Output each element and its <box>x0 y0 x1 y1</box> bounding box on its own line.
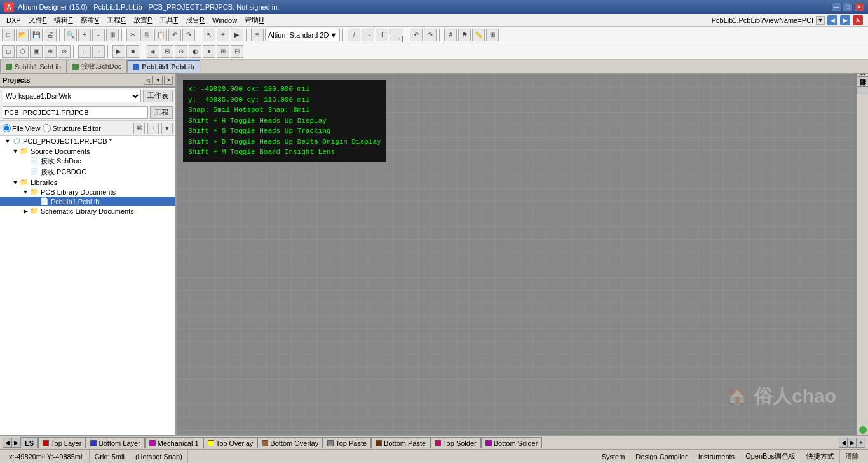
cross-btn[interactable]: + <box>217 29 229 41</box>
magnify2[interactable]: + <box>78 29 91 41</box>
tree-libraries[interactable]: ▼ 📁 Libraries <box>0 177 175 187</box>
tb2-5[interactable]: ⊘ <box>58 45 71 58</box>
tb2-13[interactable]: ◐ <box>189 45 201 58</box>
layer-nav-right[interactable]: ▶ <box>11 438 20 448</box>
menu-tools[interactable]: 工具T <box>156 15 182 25</box>
undo-btn[interactable]: ↶ <box>168 29 181 41</box>
tb2-1[interactable]: ◻ <box>2 45 15 58</box>
line-btn[interactable]: / <box>348 29 360 41</box>
layer-bottom[interactable]: Bottom Layer <box>86 437 144 448</box>
file-view-radio-input[interactable] <box>3 124 11 132</box>
layer-top-paste[interactable]: Top Paste <box>323 437 371 448</box>
file-view-radio[interactable]: File View <box>3 124 40 132</box>
right-tab-1[interactable]: 捕捉 <box>857 76 869 85</box>
panel-icon1[interactable]: ⌘ <box>133 123 145 134</box>
run-btn[interactable]: ▶ <box>231 29 243 41</box>
right-tab-2[interactable]: 捕捉级别 <box>857 86 869 95</box>
tab-schlib[interactable]: Schlib1.SchLib <box>0 60 67 73</box>
layer-top-overlay[interactable]: Top Overlay <box>203 437 258 448</box>
select-btn[interactable]: ↖ <box>203 29 215 41</box>
tb2-10[interactable]: ◈ <box>147 45 159 58</box>
status-system[interactable]: System <box>597 450 631 463</box>
tb2-11[interactable]: ⊠ <box>161 45 173 58</box>
root-expand-icon[interactable]: ▼ <box>4 138 11 144</box>
ruler-btn[interactable]: 📏 <box>472 29 485 41</box>
circle-btn[interactable]: ○ <box>362 29 374 41</box>
panel-icon3[interactable]: ▼ <box>161 123 173 134</box>
tree-root[interactable]: ▼ ⬡ PCB_PROJECT1.PRJPCB * <box>0 136 175 146</box>
tree-schlib-folder[interactable]: ▶ 📁 Schematic Library Documents <box>0 206 175 216</box>
tab-schdoc[interactable]: 接收.SchDoc <box>67 60 128 73</box>
status-instruments[interactable]: Instruments <box>693 450 740 463</box>
tb2-16[interactable]: ⊟ <box>231 45 243 58</box>
tree-pcblib-folder[interactable]: ▼ 📁 PCB Library Documents <box>0 187 175 197</box>
restore-button[interactable]: □ <box>843 3 853 11</box>
titlebar-controls[interactable]: — □ ✕ <box>831 3 864 11</box>
tb2-15[interactable]: ⊞ <box>217 45 229 58</box>
layer-bottom-overlay[interactable]: Bottom Overlay <box>257 437 323 448</box>
minimize-button[interactable]: — <box>831 3 841 11</box>
redo2[interactable]: ↷ <box>424 29 437 41</box>
tree-pcbdoc[interactable]: 📄 接收.PCBDOC <box>0 167 175 177</box>
project-field[interactable] <box>3 106 148 119</box>
tb2-4[interactable]: ⊕ <box>44 45 57 58</box>
pcblib-expand-icon[interactable]: ▼ <box>22 189 29 195</box>
lib-expand-icon[interactable]: ▼ <box>11 179 19 186</box>
save-btn[interactable]: 💾 <box>30 29 43 41</box>
menu-dxp[interactable]: DXP <box>3 16 25 25</box>
magnify3[interactable]: - <box>92 29 105 41</box>
cut-btn[interactable]: ✂ <box>126 29 139 41</box>
status-clear[interactable]: 清除 <box>840 450 864 463</box>
magnify1[interactable]: 🔍 <box>64 29 77 41</box>
menu-place[interactable]: 放置P <box>130 15 156 25</box>
menu-help[interactable]: 帮助H <box>241 15 268 25</box>
grid-btn[interactable]: # <box>444 29 457 41</box>
undo2[interactable]: ↶ <box>410 29 423 41</box>
layer-scroll-right[interactable]: ▶ <box>848 438 857 448</box>
tb2-8[interactable]: ▶ <box>112 45 125 58</box>
menu-window[interactable]: Window <box>208 16 241 25</box>
tree-pcblib-file[interactable]: 📄 PcbLib1.PcbLib <box>0 197 175 206</box>
tree-source-docs[interactable]: ▼ 📁 Source Documents <box>0 146 175 156</box>
open-btn[interactable]: 📂 <box>16 29 29 41</box>
tb2-12[interactable]: ⊙ <box>175 45 187 58</box>
layer-nav-left[interactable]: ◀ <box>3 438 11 448</box>
view-dropdown[interactable]: Altium Standard 2D ▼ <box>265 29 340 41</box>
workspace-button[interactable]: 工作表 <box>143 90 173 102</box>
print-btn[interactable]: 🖨 <box>44 29 57 41</box>
layer-bottom-solder[interactable]: Bottom Solder <box>481 437 543 448</box>
close-button[interactable]: ✕ <box>854 3 864 11</box>
structure-editor-radio-input[interactable] <box>43 124 51 132</box>
flag-btn[interactable]: ⚑ <box>458 29 471 41</box>
status-design-compiler[interactable]: Design Compiler <box>630 450 693 463</box>
tb2-3[interactable]: ▣ <box>30 45 43 58</box>
workspace-select[interactable]: Workspace1.DsnWrk <box>3 90 141 102</box>
tb2-14[interactable]: ● <box>203 45 215 58</box>
menu-project[interactable]: 工程C <box>103 15 130 25</box>
layer-bottom-paste[interactable]: Bottom Paste <box>371 437 430 448</box>
structure-editor-radio[interactable]: Structure Editor <box>43 124 100 132</box>
status-openbus[interactable]: OpenBus调色板 <box>740 450 801 463</box>
menu-edit[interactable]: 编辑E <box>50 15 76 25</box>
layer-add[interactable]: + <box>857 438 865 448</box>
paste-btn[interactable]: 📋 <box>154 29 167 41</box>
panel-menu[interactable]: ▼ <box>154 76 163 85</box>
layer-top-solder[interactable]: Top Solder <box>430 437 481 448</box>
menu-reports[interactable]: 报告R <box>182 15 208 25</box>
tb2-7[interactable]: → <box>92 45 105 58</box>
tree-schdoc[interactable]: 📄 接收.SchDoc <box>0 156 175 167</box>
tab-pcblib[interactable]: PcbLib1.PcbLib <box>127 60 200 73</box>
panel-icon2[interactable]: + <box>147 123 159 134</box>
tb2-6[interactable]: ← <box>78 45 91 58</box>
copy-btn[interactable]: ⎘ <box>140 29 153 41</box>
layer-scroll-left[interactable]: ◀ <box>839 438 848 448</box>
tb2-9[interactable]: ■ <box>126 45 139 58</box>
misc1[interactable]: ≡ <box>251 29 264 41</box>
text-btn[interactable]: T <box>376 29 388 41</box>
tb2-2[interactable]: ⬡ <box>16 45 29 58</box>
layer-ls[interactable]: LS <box>20 437 38 448</box>
layer-top[interactable]: Top Layer <box>38 437 86 448</box>
status-quick-paste[interactable]: 快捷方式 <box>801 450 840 463</box>
new-btn[interactable]: □ <box>2 29 15 41</box>
magnify4[interactable]: ⊞ <box>106 29 119 41</box>
